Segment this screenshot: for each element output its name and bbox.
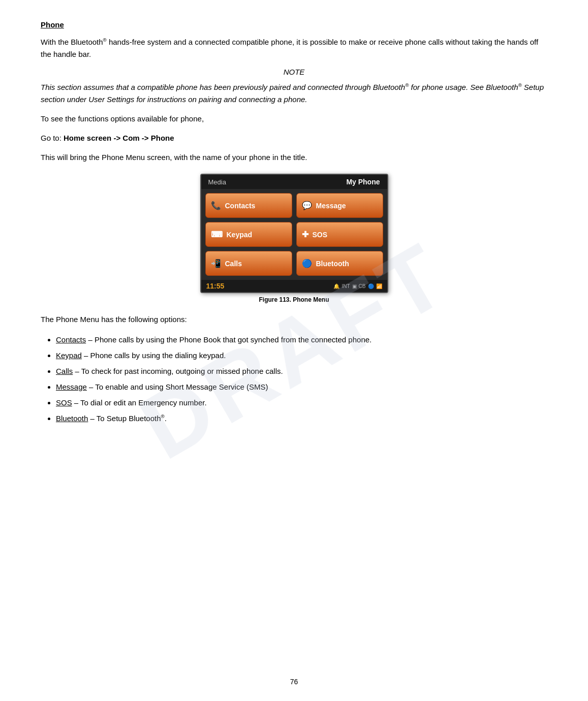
statusbar-hd-label: ▣ [352,283,357,289]
bluetooth-label: Bluetooth [316,260,349,268]
contacts-term: Contacts [56,335,86,344]
keypad-desc: – Phone calls by using the dialing keypa… [84,351,226,360]
keypad-icon: ⌨ [211,230,223,239]
note-title: NOTE [41,68,547,76]
goto-text: Go to: Home screen -> Com -> Phone [41,132,547,144]
goto-label: Go to: [41,134,64,142]
list-item-sos: SOS – To dial or edit an Emergency numbe… [56,396,547,409]
calls-icon: 📲 [211,259,221,268]
statusbar-icons: 🔔 INT ▣ CB 🔵 📶 [333,283,382,289]
phone-btn-contacts[interactable]: 📞 Contacts [205,193,292,218]
statusbar-cb-label: CB [359,283,366,289]
phone-btn-sos[interactable]: ✚ SOS [296,222,383,247]
phone-button-grid: 📞 Contacts 💬 Message ⌨ Keypad ✚ SOS 📲 Ca… [201,189,387,280]
contacts-label: Contacts [225,202,256,210]
menu-options-list: Contacts – Phone calls by using the Phon… [56,333,547,425]
list-item-bluetooth: Bluetooth – To Setup Bluetooth®. [56,411,547,425]
phone-screen: Media My Phone 📞 Contacts 💬 Message ⌨ Ke… [200,174,388,293]
list-item-keypad: Keypad – Phone calls by using the dialin… [56,348,547,362]
list-item-contacts: Contacts – Phone calls by using the Phon… [56,333,547,346]
phone-btn-calls[interactable]: 📲 Calls [205,251,292,276]
sos-icon: ✚ [302,230,308,239]
statusbar-time: 11:55 [206,282,225,290]
sos-term: SOS [56,398,72,407]
note-body: This section assumes that a compatible p… [41,81,547,106]
statusbar-bell-icon: 🔔 [333,283,339,289]
see-functions-text: To see the functions options available f… [41,113,547,125]
phone-statusbar: 11:55 🔔 INT ▣ CB 🔵 📶 [201,280,387,292]
phone-header-myphone: My Phone [346,178,380,186]
goto-path: Home screen -> Com -> Phone [64,134,174,142]
statusbar-int-label: INT [342,283,350,289]
figure-container: Media My Phone 📞 Contacts 💬 Message ⌨ Ke… [41,174,547,303]
statusbar-signal-icon: 📶 [376,283,382,289]
bluetooth-icon: 🔵 [302,259,312,268]
contacts-icon: 📞 [211,201,221,210]
phone-btn-message[interactable]: 💬 Message [296,193,383,218]
message-icon: 💬 [302,201,312,210]
statusbar-bluetooth-icon: 🔵 [368,283,374,289]
phone-header-media: Media [208,178,226,186]
phone-screen-header: Media My Phone [201,175,387,189]
calls-label: Calls [225,260,242,268]
sos-label: SOS [313,231,328,239]
page-title: Phone [41,20,547,29]
keypad-label: Keypad [227,231,253,239]
message-label: Message [316,202,346,210]
bluetooth-desc: – To Setup Bluetooth®. [90,414,167,423]
bluetooth-term: Bluetooth [56,414,88,423]
list-item-message: Message – To enable and using Short Mess… [56,380,547,394]
menu-intro: The Phone Menu has the following options… [41,313,547,326]
message-desc: – To enable and using Short Message Serv… [89,383,268,391]
calls-desc: – To check for past incoming, outgoing o… [75,367,283,375]
intro-paragraph: With the Bluetooth® hands-free system an… [41,36,547,60]
list-item-calls: Calls – To check for past incoming, outg… [56,364,547,378]
after-goto-text: This will bring the Phone Menu screen, w… [41,151,547,164]
sos-desc: – To dial or edit an Emergency number. [74,398,207,407]
figure-caption: Figure 113. Phone Menu [259,296,329,303]
intro-text: With the Bluetooth® hands-free system an… [41,38,538,58]
page-number: 76 [290,678,298,686]
phone-btn-keypad[interactable]: ⌨ Keypad [205,222,292,247]
keypad-term: Keypad [56,351,82,360]
message-term: Message [56,383,87,391]
phone-btn-bluetooth[interactable]: 🔵 Bluetooth [296,251,383,276]
contacts-desc: – Phone calls by using the Phone Book th… [88,335,372,344]
calls-term: Calls [56,367,73,375]
